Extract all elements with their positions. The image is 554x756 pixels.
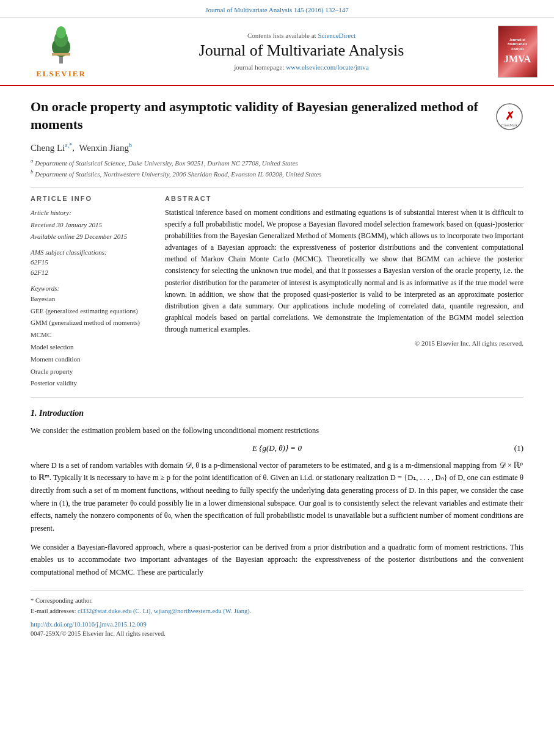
article-history: Article history: Received 30 January 201…: [31, 207, 153, 242]
authors-line: Cheng Lia,*, Wenxin Jiangb: [31, 142, 523, 153]
abstract-text: Statistical inference based on moment co…: [165, 207, 523, 336]
journal-info-center: Contents lists available at ScienceDirec…: [110, 24, 493, 79]
keywords-label: Keywords:: [31, 285, 153, 292]
elsevier-brand: ELSEVIER: [36, 69, 86, 79]
ams-code-1: 62F15: [31, 257, 153, 268]
journal-homepage: journal homepage: www.elsevier.com/locat…: [234, 64, 368, 71]
journal-header: ELSEVIER Contents lists available at Sci…: [0, 18, 554, 86]
author-2: Wenxin Jiangb: [79, 143, 132, 153]
cover-abbr: JMVA: [504, 54, 531, 65]
ams-code-2: 62F12: [31, 267, 153, 278]
top-bar: Journal of Multivariate Analysis 145 (20…: [0, 0, 554, 18]
paper-title-area: On oracle property and asymptotic validi…: [31, 98, 523, 133]
issn-notice: 0047-259X/© 2015 Elsevier Inc. All right…: [31, 629, 523, 639]
footnote-email: E-mail addresses: cl332@stat.duke.edu (C…: [31, 606, 523, 617]
intro-para2: where D is a set of random variables wit…: [31, 459, 523, 535]
sciencedirect-label: Contents lists available at ScienceDirec…: [247, 32, 355, 39]
keyword-5: Model selection: [31, 341, 153, 354]
intro-para3: We consider a Bayesian-flavored approach…: [31, 541, 523, 579]
paper-title: On oracle property and asymptotic validi…: [31, 98, 487, 133]
affiliation-b: b Department of Statistics, Northwestern…: [31, 168, 523, 179]
doi-link[interactable]: http://dx.doi.org/10.1016/j.jmva.2015.12…: [31, 621, 147, 628]
svg-point-3: [56, 26, 66, 38]
paper-content: On oracle property and asymptotic validi…: [0, 86, 554, 652]
journal-cover-area: Journal ofMultivariateAnalysis JMVA: [493, 24, 542, 79]
svg-text:CrossMark: CrossMark: [501, 123, 518, 127]
keyword-7: Oracle property: [31, 366, 153, 378]
crossmark-icon: ✗ CrossMark: [496, 103, 523, 131]
keyword-6: Moment condition: [31, 354, 153, 366]
divider-2: [31, 397, 523, 398]
journal-cover-image: Journal ofMultivariateAnalysis JMVA: [498, 26, 538, 78]
journal-homepage-link[interactable]: www.elsevier.com/locate/jmva: [286, 64, 369, 71]
footnote-corresponding: * Corresponding author.: [31, 596, 523, 606]
article-info-abstract: ARTICLE INFO Article history: Received 3…: [31, 195, 523, 390]
abstract-col: ABSTRACT Statistical inference based on …: [165, 195, 523, 390]
abstract-header: ABSTRACT: [165, 195, 523, 202]
keywords-section: Keywords: Bayesian GEE (generalized esti…: [31, 285, 153, 390]
journal-title: Journal of Multivariate Analysis: [199, 42, 404, 60]
cover-title: Journal ofMultivariateAnalysis: [508, 38, 527, 51]
equation-1: E {g(D, θ)} = 0: [252, 443, 302, 453]
affiliation-a: a Department of Statistical Science, Duk…: [31, 157, 523, 168]
history-label: Article history:: [31, 207, 153, 219]
keyword-8: Posterior validity: [31, 377, 153, 390]
elsevier-logo: ELSEVIER: [36, 24, 86, 79]
article-info-header: ARTICLE INFO: [31, 195, 153, 202]
ams-label: AMS subject classifications:: [31, 249, 153, 256]
publisher-logo: ELSEVIER: [12, 24, 110, 79]
eq-number-1: (1): [514, 443, 523, 453]
elsevier-tree-icon: [40, 24, 82, 67]
ams-codes: 62F15 62F12: [31, 257, 153, 278]
keywords-list: Bayesian GEE (generalized estimating equ…: [31, 293, 153, 390]
received-date: Received 30 January 2015: [31, 221, 102, 228]
intro-para1: We consider the estimation problem based…: [31, 424, 523, 437]
ams-section: AMS subject classifications: 62F15 62F12: [31, 249, 153, 278]
crossmark-badge: ✗ CrossMark: [496, 103, 523, 133]
keyword-1: Bayesian: [31, 293, 153, 305]
footnote-email-link[interactable]: cl332@stat.duke.edu (C. Li), wjiang@nort…: [78, 608, 251, 614]
keyword-4: MCMC: [31, 329, 153, 341]
article-info-col: ARTICLE INFO Article history: Received 3…: [31, 195, 153, 390]
equation-1-row: E {g(D, θ)} = 0 (1): [31, 443, 523, 453]
sciencedirect-link[interactable]: ScienceDirect: [318, 32, 355, 39]
intro-section-title: 1. Introduction: [31, 409, 523, 418]
svg-rect-4: [52, 53, 70, 56]
available-date: Available online 29 December 2015: [31, 233, 127, 240]
footnote-section: * Corresponding author. E-mail addresses…: [31, 591, 523, 639]
keyword-3: GMM (generalized method of moments): [31, 317, 153, 329]
journal-ref-link[interactable]: Journal of Multivariate Analysis 145 (20…: [205, 6, 349, 13]
svg-text:✗: ✗: [505, 110, 514, 122]
affiliations: a Department of Statistical Science, Duk…: [31, 157, 523, 179]
author-1: Cheng Lia,*,: [31, 143, 77, 153]
copyright-notice: © 2015 Elsevier Inc. All rights reserved…: [165, 340, 523, 347]
divider-1: [31, 187, 523, 187]
keyword-2: GEE (generalized estimating equations): [31, 305, 153, 318]
